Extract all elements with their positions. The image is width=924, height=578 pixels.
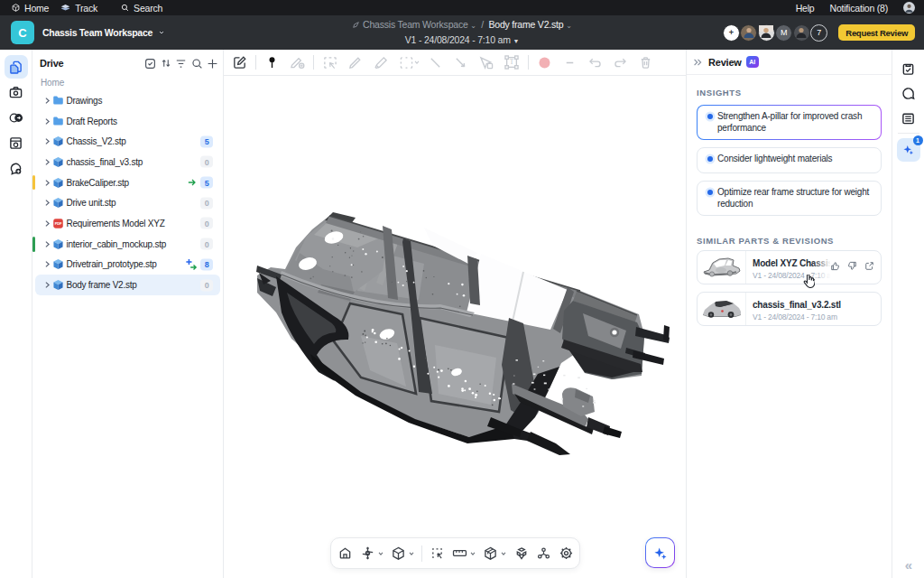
svg-text:T: T bbox=[510, 58, 514, 66]
svg-text:PDF: PDF bbox=[55, 221, 62, 226]
